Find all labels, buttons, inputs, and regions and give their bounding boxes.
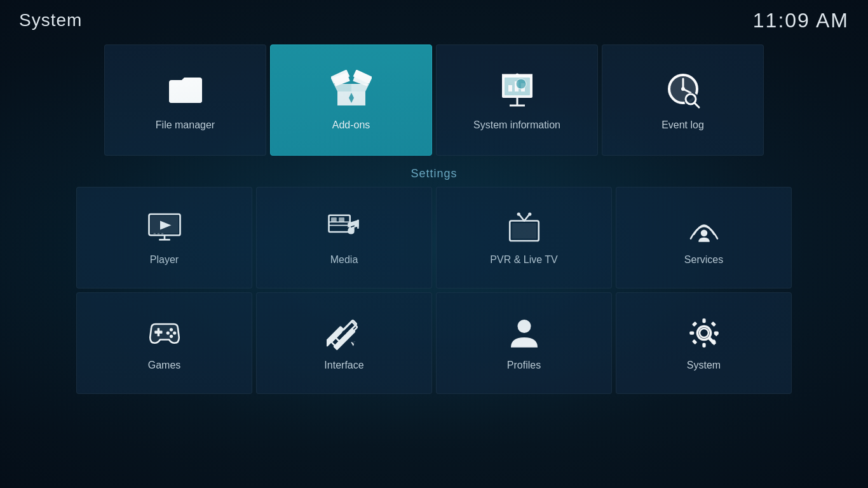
system-info-label: System information <box>473 119 560 131</box>
settings-grid: Player Media <box>76 187 792 394</box>
svg-point-10 <box>515 73 519 76</box>
player-icon <box>147 210 182 245</box>
menu-item-event-log[interactable]: Event log <box>602 44 764 156</box>
file-manager-label: File manager <box>156 119 215 131</box>
system-icon <box>686 315 722 351</box>
settings-item-profiles[interactable]: Profiles <box>436 292 612 394</box>
settings-item-services[interactable]: Services <box>616 187 792 288</box>
svg-rect-24 <box>153 233 156 234</box>
svg-rect-54 <box>702 318 705 323</box>
svg-rect-3 <box>508 85 512 92</box>
games-icon <box>147 315 182 351</box>
settings-item-games[interactable]: Games <box>76 292 252 394</box>
svg-rect-32 <box>357 220 359 229</box>
file-manager-icon <box>165 70 206 111</box>
profiles-icon <box>506 315 542 351</box>
services-label: Services <box>684 254 723 266</box>
addons-label: Add-ons <box>332 119 370 131</box>
svg-rect-59 <box>691 339 697 345</box>
svg-point-52 <box>517 320 531 333</box>
svg-rect-26 <box>161 233 163 234</box>
page-title: System <box>19 10 82 30</box>
services-icon <box>686 210 722 245</box>
svg-rect-25 <box>157 233 159 234</box>
settings-section: Settings Player <box>0 167 868 394</box>
svg-rect-29 <box>339 217 344 222</box>
settings-item-player[interactable]: Player <box>76 187 252 288</box>
addons-icon <box>331 70 372 111</box>
pvr-label: PVR & Live TV <box>490 254 557 266</box>
interface-icon <box>327 315 362 351</box>
profiles-label: Profiles <box>507 360 541 371</box>
current-time: 11:09 AM <box>753 9 849 32</box>
svg-point-43 <box>173 331 176 334</box>
pvr-icon <box>506 210 542 245</box>
settings-item-interface[interactable]: Interface <box>256 292 432 394</box>
player-label: Player <box>150 254 179 266</box>
settings-item-pvr[interactable]: PVR & Live TV <box>436 187 612 288</box>
system-info-icon <box>497 70 538 111</box>
menu-item-file-manager[interactable]: File manager <box>104 44 266 156</box>
event-log-icon <box>663 70 703 111</box>
svg-rect-28 <box>331 217 337 222</box>
svg-rect-56 <box>689 331 694 334</box>
interface-label: Interface <box>324 360 363 371</box>
svg-point-44 <box>166 331 169 334</box>
svg-point-45 <box>169 335 172 338</box>
svg-point-53 <box>700 329 709 337</box>
settings-item-system[interactable]: System <box>616 292 792 394</box>
svg-point-15 <box>681 87 685 91</box>
media-label: Media <box>330 254 358 266</box>
menu-item-system-info[interactable]: System information <box>436 44 598 156</box>
svg-point-39 <box>700 230 707 237</box>
svg-rect-36 <box>512 223 536 239</box>
menu-item-addons[interactable]: Add-ons <box>270 44 432 156</box>
system-label: System <box>687 360 721 371</box>
svg-rect-60 <box>710 322 716 327</box>
top-menu-row: File manager Add-ons <box>0 44 868 156</box>
svg-point-37 <box>517 212 520 215</box>
event-log-label: Event log <box>661 119 704 131</box>
svg-point-42 <box>169 328 172 331</box>
settings-header: Settings <box>76 167 792 180</box>
games-label: Games <box>148 360 181 371</box>
header: System 11:09 AM <box>0 0 868 41</box>
media-icon <box>327 210 362 245</box>
svg-rect-55 <box>702 343 705 348</box>
svg-rect-58 <box>691 322 697 327</box>
settings-item-media[interactable]: Media <box>256 187 432 288</box>
svg-point-6 <box>516 79 526 89</box>
svg-rect-41 <box>157 328 159 336</box>
svg-point-38 <box>528 212 531 215</box>
